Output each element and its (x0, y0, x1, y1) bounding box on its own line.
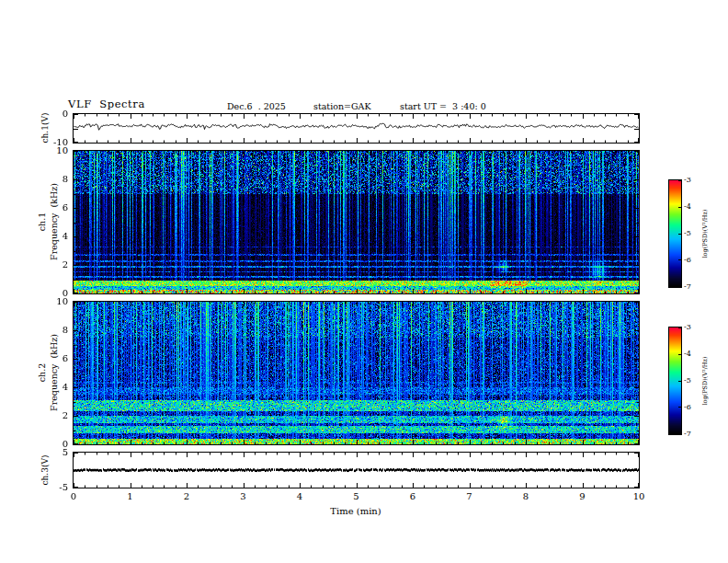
ch3-volts-axis-label: ch.3(V) (40, 455, 50, 486)
time-tick-label: 2 (173, 491, 200, 502)
station-label: station=GAK (313, 101, 371, 111)
ch1-freq-tick-label: 4 (44, 231, 68, 242)
ch1-volt-tick-label: -10 (42, 137, 68, 148)
ch1-frequency-axis-label: Frequency (kHz) (49, 183, 59, 260)
date-label: Dec.6 . 2025 (227, 101, 286, 111)
ch1-volt-tick-label: 0 (42, 109, 68, 120)
ch1-freq-tick-label: 8 (44, 174, 68, 185)
colorbar2-tick-label: -3 (684, 323, 691, 331)
ch2-freq-tick-label: 2 (44, 410, 68, 421)
time-tick-label: 10 (625, 491, 653, 502)
colorbar1-tick-label: -7 (684, 282, 691, 291)
ch1-spectrogram-panel (73, 150, 640, 294)
ch3-waveform-panel (73, 452, 640, 488)
ch2-freq-tick-label: 6 (44, 353, 68, 364)
ch2-freq-tick-label: 10 (44, 296, 68, 307)
start-ut-label: start UT = 3 :40: 0 (400, 101, 486, 111)
colorbar-ch2 (668, 327, 682, 435)
colorbar1-tick-label: -3 (684, 176, 691, 184)
time-axis-label: Time (min) (301, 506, 411, 516)
ch2-spectrogram-panel (73, 301, 640, 445)
ch1-freq-tick-label: 2 (44, 259, 68, 270)
figure-title: VLF Spectra (68, 98, 145, 110)
vlf-spectra-figure: VLF Spectra Dec.6 . 2025 station=GAK sta… (0, 0, 728, 563)
time-tick-label: 4 (286, 491, 313, 502)
colorbar1-tick-label: -5 (684, 229, 691, 237)
ch3-volt-tick-label: 5 (42, 447, 68, 458)
time-tick-label: 5 (343, 491, 370, 502)
time-tick-label: 3 (230, 491, 257, 502)
ch2-freq-tick-label: 4 (44, 382, 68, 393)
ch2-channel-label: ch.2 (37, 363, 47, 383)
ch2-frequency-axis-label: Frequency (kHz) (49, 334, 59, 411)
time-tick-label: 9 (569, 491, 597, 502)
time-tick-label: 0 (60, 491, 87, 502)
ch1-waveform-panel (73, 113, 640, 144)
colorbar1-tick-label: -6 (684, 256, 691, 264)
colorbar2-tick-label: -6 (684, 403, 691, 411)
time-tick-label: 8 (512, 491, 540, 502)
time-tick-label: 6 (399, 491, 427, 502)
colorbar2-tick-label: -4 (684, 350, 691, 358)
colorbar1-tick-label: -4 (684, 202, 691, 211)
time-tick-label: 1 (117, 491, 144, 502)
ch2-freq-tick-label: 8 (44, 325, 68, 336)
colorbar2-tick-label: -5 (684, 376, 691, 385)
colorbar2-tick-label: -7 (684, 430, 691, 438)
time-tick-label: 7 (456, 491, 483, 502)
colorbar-ch1 (668, 179, 682, 288)
colorbar-ch1-units-label: log(PSD)(V²/Hz) (701, 210, 709, 259)
colorbar-ch2-units-label: log(PSD)(V²/Hz) (701, 357, 709, 406)
ch1-freq-tick-label: 6 (44, 202, 68, 213)
ch1-channel-label: ch.1 (37, 213, 47, 232)
